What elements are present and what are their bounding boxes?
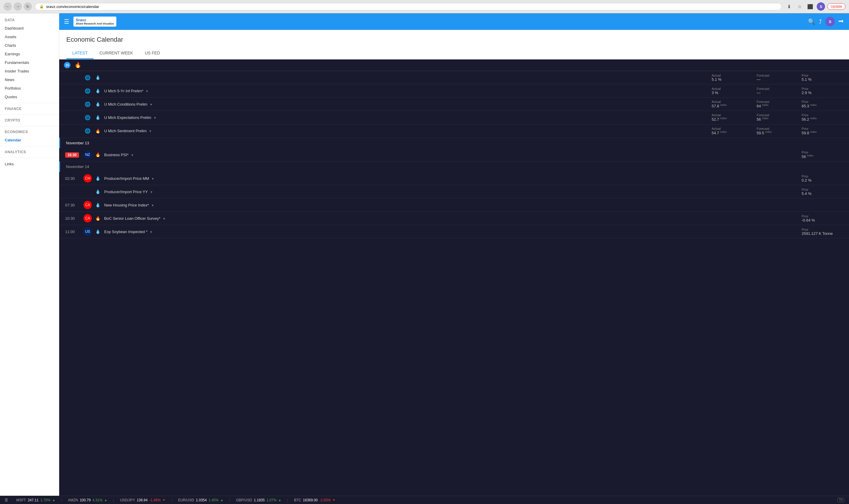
sidebar: Data Dashboard Assets Charts Earnings Fu… — [0, 13, 59, 503]
sidebar-item-news[interactable]: News — [0, 75, 59, 84]
cal-actual: Actual 54.7 Index — [712, 127, 753, 135]
cal-importance: 🔥 — [95, 152, 101, 157]
event-row-producer-yy: 💧 Producer/Import Price YY ▼ Prior 5.4 % — [59, 185, 849, 198]
cal-flag: 🌐 — [84, 87, 92, 95]
ticker-divider: | — [287, 498, 288, 502]
sidebar-item-earnings[interactable]: Earnings — [0, 50, 59, 58]
ticker-change: 1.70% — [40, 498, 50, 502]
cal-prior: Prior 56 Index — [802, 150, 843, 159]
logo-sub: Share Research And Visualize — [76, 22, 114, 25]
event-row-soybean: 11:00 US 💧 Exp Soybean Inspected * ▼ Pri… — [59, 225, 849, 238]
lock-icon: 🔒 — [39, 4, 44, 8]
logo-box: Sravz Share Research And Visualize — [73, 17, 116, 26]
cal-flag-ca2: CA — [84, 214, 92, 222]
update-button[interactable]: Update — [827, 3, 846, 10]
sidebar-item-calendar[interactable]: Calendar — [0, 136, 59, 144]
top-navbar: ☰ Sravz Share Research And Visualize 🔍 ⤴… — [59, 13, 849, 30]
cal-forecast-value: 64 Index — [757, 104, 798, 108]
cal-importance: 💧 — [95, 189, 101, 194]
chevron-down-icon: ▼ — [150, 191, 153, 194]
cal-event-name[interactable]: BoC Senior Loan Officer Survey* ▼ — [104, 216, 708, 221]
navbar-avatar[interactable]: S — [825, 17, 835, 26]
live-badge: 15 — [64, 62, 70, 68]
cal-prior-value: 65.3 Index — [802, 104, 843, 108]
event-row-umich-expectations: 🌐 💧 U Mich Expectations Prelim ▼ Actual … — [59, 111, 849, 124]
back-button[interactable]: ← — [3, 2, 12, 11]
search-button[interactable]: 🔍 — [808, 18, 815, 25]
cal-time: 11:00 — [65, 230, 80, 234]
logout-button[interactable]: ⮕ — [838, 18, 844, 25]
tab-us-fed[interactable]: US FED — [139, 48, 166, 59]
cal-importance: 💧 — [95, 229, 101, 234]
cal-prior-value: -0.64 % — [802, 218, 843, 222]
tab-current-week[interactable]: CURRENT WEEK — [93, 48, 139, 59]
sidebar-item-dashboard[interactable]: Dashboard — [0, 24, 59, 33]
event-row-umich-conditions: 🌐 💧 U Mich Conditions Prelim ▼ Actual 57… — [59, 97, 849, 111]
hamburger-button[interactable]: ☰ — [64, 18, 69, 25]
sidebar-item-insider-trades[interactable]: Insider Trades — [0, 67, 59, 75]
cal-actual-label: Actual — [712, 113, 753, 117]
cal-actual-label: Actual — [712, 100, 753, 104]
sidebar-item-assets[interactable]: Assets — [0, 33, 59, 41]
sidebar-item-quotes[interactable]: Quotes — [0, 93, 59, 101]
ticker-msft: MSFT 247.11 1.70% ▲ — [16, 498, 55, 502]
cal-prior: Prior -0.64 % — [802, 214, 843, 222]
cal-forecast: Forecast 59.5 Index — [757, 127, 798, 135]
forward-button[interactable]: → — [14, 2, 22, 11]
ticker-divider: | — [113, 498, 114, 502]
cal-actual-value: 52.7 Index — [712, 117, 753, 122]
sidebar-section-crypto: Crypto — [0, 116, 59, 124]
cal-event-name[interactable]: New Housing Price Index* ▼ — [104, 203, 708, 207]
cal-event-name[interactable]: Business PSI* ▼ — [104, 152, 708, 157]
ticker-change: 1.07% — [266, 498, 277, 502]
cal-importance: 💧 — [95, 176, 101, 181]
cal-prior: Prior 5.4 % — [802, 188, 843, 196]
cal-actual: Actual 3 % — [712, 87, 753, 95]
ticker-amzn: AMZN 100.79 4.31% ▲ — [68, 498, 107, 502]
nov14-label: November 14 — [66, 164, 89, 169]
address-bar[interactable]: 🔒 — [35, 3, 782, 10]
chevron-down-icon: ▼ — [154, 116, 157, 120]
cal-event-name[interactable]: U Mich Expectations Prelim ▼ — [104, 115, 708, 120]
sidebar-item-charts[interactable]: Charts — [0, 41, 59, 50]
refresh-button[interactable]: ↻ — [24, 2, 32, 11]
user-avatar[interactable]: S — [817, 2, 825, 11]
sidebar-section-data: Data — [0, 16, 59, 24]
cal-event-name[interactable]: Producer/Import Price MM ▼ — [104, 176, 708, 181]
cal-flag: 🌐 — [84, 113, 92, 122]
cal-event-name[interactable]: Exp Soybean Inspected * ▼ — [104, 230, 708, 234]
url-input[interactable] — [46, 4, 777, 9]
ticker-price: 1.1835 — [254, 498, 265, 502]
sidebar-item-portfolios[interactable]: Portfolios — [0, 84, 59, 93]
cal-actual-label: Actual — [712, 127, 753, 130]
cal-event-name[interactable]: Producer/Import Price YY ▼ — [104, 190, 708, 194]
tab-latest[interactable]: LATEST — [66, 48, 93, 59]
ticker-change: -1.48% — [150, 498, 161, 502]
star-icon[interactable]: ☆ — [795, 2, 804, 11]
ticker-divider: | — [229, 498, 230, 502]
share-button[interactable]: ⤴ — [819, 18, 822, 25]
event-row-producer-mm: 02:30 CH 💧 Producer/Import Price MM ▼ Pr… — [59, 172, 849, 185]
download-icon[interactable]: ⬇ — [785, 2, 793, 11]
cal-event-name[interactable]: U Mich Conditions Prelim ▼ — [104, 102, 708, 107]
date-header-nov13: November 13 — [59, 138, 849, 148]
cal-event-name[interactable]: U Mich Sentiment Prelim ▼ — [104, 129, 708, 133]
tradingview-logo: TV — [837, 498, 844, 502]
chevron-down-icon: ▼ — [162, 217, 166, 220]
chevron-down-icon: ▼ — [150, 103, 153, 106]
ticker-gbpusd: GBP/USD 1.1835 1.07% ▲ — [236, 498, 281, 502]
cal-forecast-value: — — [757, 77, 798, 82]
cal-actual-value: 5.1 % — [712, 77, 753, 82]
sidebar-item-fundamentals[interactable]: Fundamentals — [0, 58, 59, 67]
browser-chrome: ← → ↻ 🔒 ⬇ ☆ ⬛ S Update — [0, 0, 849, 13]
extension-icon[interactable]: ⬛ — [806, 2, 814, 11]
cal-flag: 🌐 — [84, 73, 92, 82]
cal-forecast: Forecast — — [757, 87, 798, 95]
cal-flag-empty — [84, 187, 92, 196]
cal-prior: Prior 2.9 % — [802, 87, 843, 95]
sidebar-item-links[interactable]: Links — [0, 160, 59, 168]
chevron-down-icon: ▼ — [146, 90, 149, 93]
event-row-umich-sentiment: 🌐 🔥 U Mich Sentiment Prelim ▼ Actual 54.… — [59, 125, 849, 138]
sidebar-divider-5 — [0, 158, 59, 158]
cal-event-name[interactable]: U Mich 5-Yr Inf Prelim* ▼ — [104, 89, 708, 93]
